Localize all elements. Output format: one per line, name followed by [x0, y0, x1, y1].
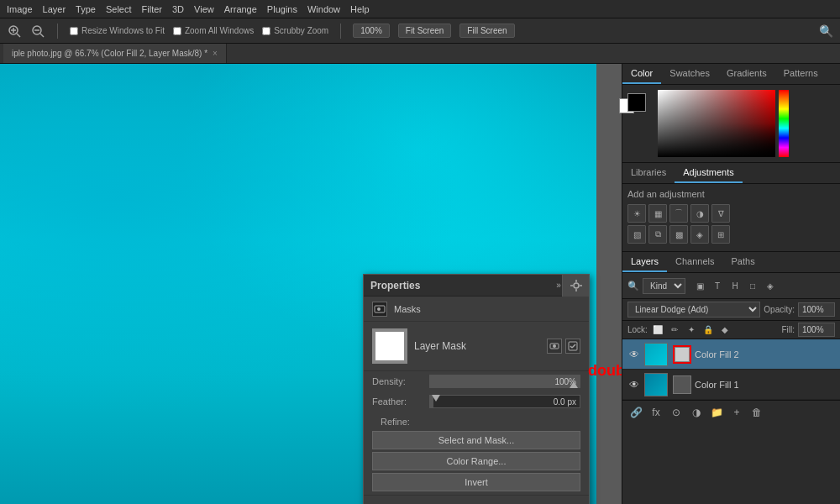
blend-mode-select[interactable]: Linear Dodge (Add) [627, 302, 760, 318]
feather-slider-handle[interactable] [432, 395, 440, 402]
opacity-input[interactable] [798, 302, 835, 317]
trash-icon[interactable]: 🗑 [503, 501, 520, 504]
filter-shape-icon[interactable]: □ [745, 278, 760, 293]
select-mask-btn[interactable]: Select and Mask... [372, 431, 580, 449]
zoom-out-tool[interactable] [30, 24, 45, 39]
adj-black-white[interactable]: ▩ [669, 225, 688, 244]
tab-paths[interactable]: Paths [723, 252, 764, 272]
resize-windows-input[interactable] [70, 27, 78, 35]
tab-close-btn[interactable]: × [213, 49, 218, 58]
filter-smart-icon[interactable]: ◈ [763, 278, 778, 293]
add-mask-icon[interactable]: ⊙ [668, 404, 685, 421]
menu-layer[interactable]: Layer [43, 4, 66, 14]
canvas-area[interactable]: Properties » ≡ Masks Layer Ma [0, 64, 622, 504]
layer-visibility-eye-2[interactable]: 👁 [627, 348, 641, 361]
layer-mask-thumb-1[interactable] [673, 375, 691, 394]
menu-help[interactable]: Help [350, 4, 370, 14]
tab-channels[interactable]: Channels [667, 252, 722, 272]
menu-filter[interactable]: Filter [142, 4, 162, 14]
filter-kind-select[interactable]: Kind [643, 278, 685, 294]
lock-transparent-icon[interactable]: ⬜ [651, 323, 664, 337]
zoom-all-input[interactable] [173, 27, 181, 35]
lock-label: Lock: [627, 325, 648, 334]
color-hue-slider[interactable] [779, 90, 789, 157]
menu-image[interactable]: Image [7, 4, 33, 14]
mask-apply-icon[interactable] [565, 339, 580, 354]
menu-view[interactable]: View [194, 4, 214, 14]
add-style-icon[interactable]: fx [648, 404, 664, 421]
lock-all-icon[interactable]: ◆ [718, 323, 732, 337]
zoom-level-btn[interactable]: 100% [353, 24, 390, 38]
adj-brightness[interactable]: ☀ [627, 204, 646, 223]
density-slider-handle[interactable] [570, 381, 578, 388]
adj-hsl[interactable]: ▧ [627, 225, 646, 244]
adj-levels[interactable]: ▦ [648, 204, 667, 223]
invert-btn[interactable]: Invert [372, 473, 580, 491]
tab-libraries[interactable]: Libraries [622, 163, 675, 183]
layer-row-colorfill2[interactable]: 👁 Color Fill 2 [622, 339, 840, 370]
add-adjustment-icon[interactable]: ◑ [688, 404, 705, 421]
adj-exposure[interactable]: ◑ [690, 204, 709, 223]
filter-pixel-icon[interactable]: ▣ [692, 278, 707, 293]
adj-channel-mixer[interactable]: ⊞ [711, 225, 730, 244]
mask-icon [372, 302, 387, 317]
lock-position-icon[interactable]: ✦ [685, 323, 698, 337]
adj-vibrance[interactable]: ∇ [711, 204, 730, 223]
delete-layer-icon[interactable]: 🗑 [748, 404, 765, 421]
fill-input[interactable] [798, 323, 835, 337]
menu-type[interactable]: Type [76, 4, 96, 14]
selection-icon[interactable]: ⬚ [433, 501, 449, 504]
menu-3d[interactable]: 3D [172, 4, 184, 14]
feather-label: Feather: [372, 396, 423, 407]
resize-windows-checkbox[interactable]: Resize Windows to Fit [70, 26, 165, 35]
layer-mask-thumb-2[interactable] [673, 345, 691, 364]
add-group-icon[interactable]: 📁 [708, 404, 725, 421]
fit-screen-btn[interactable]: Fit Screen [398, 24, 452, 38]
tab-label: iple photo.jpg @ 66.7% (Color Fill 2, La… [12, 49, 207, 58]
fill-screen-btn[interactable]: Fill Screen [459, 24, 514, 38]
layers-tabs: Layers Channels Paths [622, 252, 840, 273]
mask-options-icon[interactable] [547, 339, 562, 354]
menu-plugins[interactable]: Plugins [267, 4, 297, 14]
tab-color[interactable]: Color [622, 64, 661, 84]
search-icon[interactable]: 🔍 [818, 24, 833, 39]
zoom-all-checkbox[interactable]: Zoom All Windows [173, 26, 254, 35]
foreground-color-swatch[interactable] [627, 93, 646, 112]
lock-artboard-icon[interactable]: 🔒 [701, 323, 715, 337]
adj-curves[interactable]: ⌒ [669, 204, 688, 223]
tab-patterns[interactable]: Patterns [775, 64, 827, 84]
adj-photo-filter[interactable]: ◈ [690, 225, 709, 244]
menu-select[interactable]: Select [106, 4, 132, 14]
feather-bar[interactable]: 0.0 px [429, 395, 580, 408]
filter-type-icon[interactable]: H [727, 278, 743, 293]
document-tab[interactable]: iple photo.jpg @ 66.7% (Color Fill 2, La… [3, 44, 227, 63]
tab-layers[interactable]: Layers [622, 252, 667, 272]
layer-row-colorfill1[interactable]: 👁 Color Fill 1 [622, 370, 840, 400]
svg-rect-13 [377, 307, 381, 311]
zoom-in-tool[interactable] [7, 24, 22, 39]
lock-image-icon[interactable]: ✏ [668, 323, 681, 337]
tab-gradients[interactable]: Gradients [718, 64, 775, 84]
menu-window[interactable]: Window [307, 4, 340, 14]
density-bar[interactable]: 100% [429, 375, 580, 388]
eye-icon[interactable]: ◎ [480, 501, 496, 504]
layer-visibility-eye-1[interactable]: 👁 [627, 378, 641, 391]
link-layers-icon[interactable]: 🔗 [627, 404, 644, 421]
add-layer-icon[interactable]: + [728, 404, 745, 421]
color-saturation-brightness[interactable] [658, 90, 775, 157]
scrubby-zoom-input[interactable] [262, 27, 270, 35]
scrubby-zoom-checkbox[interactable]: Scrubby Zoom [262, 26, 328, 35]
tab-swatches[interactable]: Swatches [661, 64, 718, 84]
density-label: Density: [372, 376, 423, 386]
color-range-btn[interactable]: Color Range... [372, 452, 580, 470]
brush-icon[interactable]: ✿ [456, 501, 473, 504]
refine-label: Refine: [372, 412, 418, 428]
filter-adjust-icon[interactable]: T [710, 278, 725, 293]
properties-panel: Properties » ≡ Masks Layer Ma [363, 274, 590, 504]
feather-row: Feather: 0.0 px [364, 391, 589, 412]
menu-arrange[interactable]: Arrange [224, 4, 257, 14]
adj-color-balance[interactable]: ⧉ [648, 225, 667, 244]
opacity-label: Opacity: [764, 305, 795, 314]
properties-settings-icon[interactable] [562, 275, 589, 297]
tab-adjustments[interactable]: Adjustments [675, 163, 743, 183]
